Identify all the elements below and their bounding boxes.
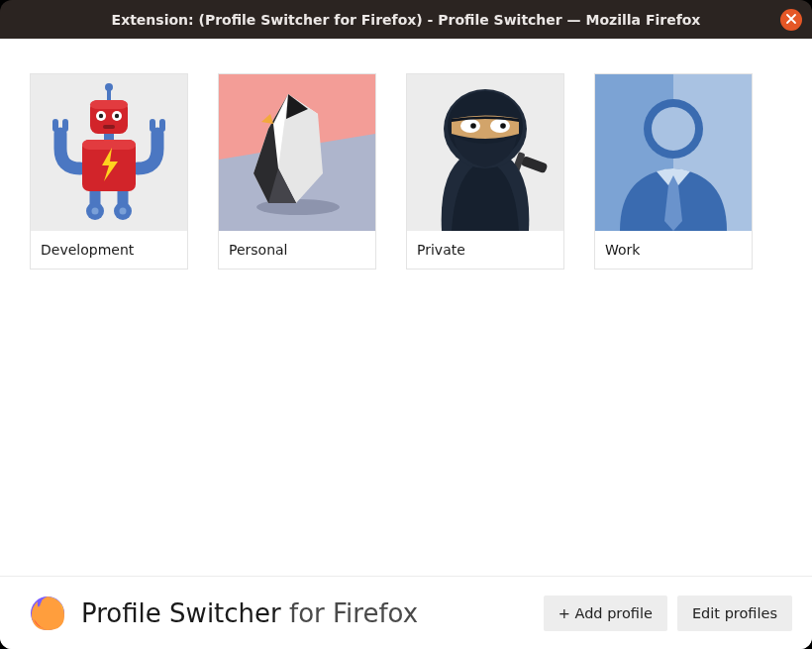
profile-card-work[interactable]: Work xyxy=(594,73,753,270)
add-profile-button[interactable]: + Add profile xyxy=(544,595,667,631)
svg-point-16 xyxy=(115,114,119,118)
footer-bar: Profile Switcher for Firefox + Add profi… xyxy=(0,576,812,649)
ninja-icon xyxy=(407,74,563,231)
penguin-icon xyxy=(219,74,375,231)
svg-point-15 xyxy=(99,114,103,118)
svg-point-34 xyxy=(470,123,476,129)
profile-label: Development xyxy=(31,231,187,269)
close-icon xyxy=(785,12,797,28)
titlebar: Extension: (Profile Switcher for Firefox… xyxy=(0,0,812,39)
profile-card-personal[interactable]: Personal xyxy=(218,73,376,270)
svg-point-35 xyxy=(500,123,506,129)
svg-point-32 xyxy=(460,119,480,133)
svg-rect-17 xyxy=(103,125,115,129)
robot-icon xyxy=(31,74,187,231)
content-area: Development xyxy=(0,39,812,649)
profiles-grid: Development xyxy=(0,39,812,576)
businessman-icon xyxy=(595,74,752,231)
profile-card-development[interactable]: Development xyxy=(30,73,188,270)
window-title: Extension: (Profile Switcher for Firefox… xyxy=(112,12,701,28)
svg-rect-8 xyxy=(82,140,136,150)
profile-label: Personal xyxy=(219,231,375,269)
app-window: Extension: (Profile Switcher for Firefox… xyxy=(0,0,812,649)
svg-point-5 xyxy=(120,208,127,215)
profile-label: Private xyxy=(407,231,563,269)
svg-rect-10 xyxy=(90,100,128,109)
svg-point-39 xyxy=(652,107,695,151)
svg-point-12 xyxy=(105,83,113,91)
footer-title-sub: for Firefox xyxy=(281,598,418,628)
svg-point-4 xyxy=(92,208,99,215)
firefox-logo-icon xyxy=(28,594,67,633)
svg-rect-28 xyxy=(521,156,549,173)
footer-title: Profile Switcher for Firefox xyxy=(81,598,544,628)
svg-point-33 xyxy=(490,119,510,133)
footer-title-main: Profile Switcher xyxy=(81,598,281,628)
footer-buttons: + Add profile Edit profiles xyxy=(544,595,792,631)
profile-card-private[interactable]: Private xyxy=(406,73,564,270)
edit-profiles-button[interactable]: Edit profiles xyxy=(677,595,792,631)
profile-label: Work xyxy=(595,231,752,269)
close-button[interactable] xyxy=(780,9,802,31)
